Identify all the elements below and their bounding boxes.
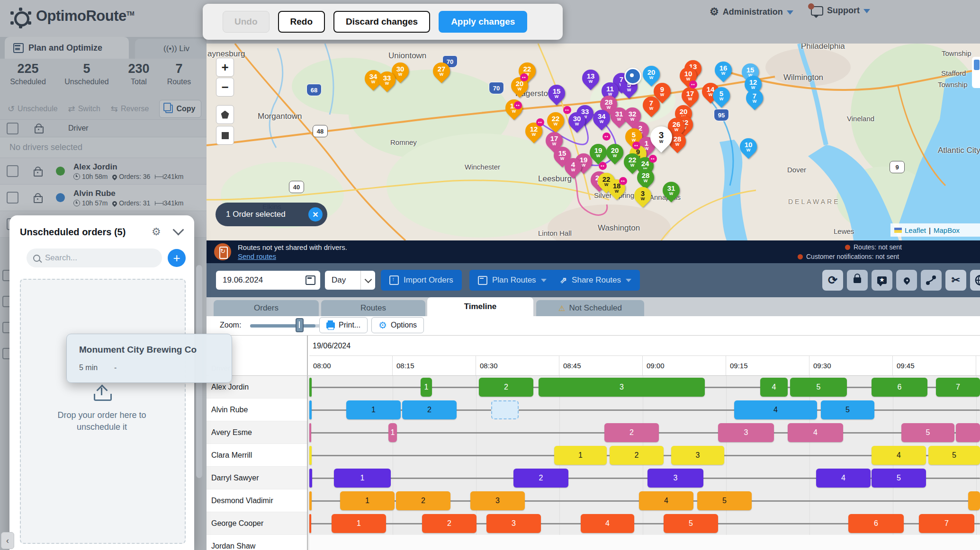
map-marker[interactable]: 4W — [561, 155, 585, 179]
tab-routes[interactable]: Routes — [321, 300, 425, 316]
timeline-bar[interactable] — [309, 514, 311, 533]
timeline-bar[interactable]: 2 — [402, 400, 457, 419]
timeline-bar[interactable]: 5 — [664, 514, 718, 533]
timeline-bar[interactable]: 1 — [421, 378, 432, 397]
timeline-bar[interactable]: 3 — [647, 469, 703, 488]
timeline-bar[interactable]: 3 — [718, 423, 774, 442]
timeline-bar[interactable]: 2 — [513, 469, 568, 488]
timeline-bar[interactable]: 7 — [919, 514, 974, 533]
timeline-driver-name[interactable]: Desmond Vladimir — [207, 489, 307, 512]
timeline-driver-name[interactable]: Clara Merrill — [207, 444, 307, 467]
timeline-bar[interactable]: 7 — [936, 378, 980, 397]
timeline-bar[interactable]: 6 — [872, 378, 927, 397]
timeline-bar[interactable]: 6 — [848, 514, 904, 533]
lock-routes-button[interactable] — [847, 270, 868, 291]
timeline-bar[interactable]: 4 — [816, 469, 871, 488]
timeline-bar[interactable] — [309, 423, 311, 442]
timeline-bar[interactable]: 4 — [872, 446, 926, 465]
timeline-bar[interactable] — [309, 400, 312, 419]
timeline-bar[interactable]: 5 — [872, 469, 926, 488]
send-routes-link[interactable]: Send routes — [238, 252, 276, 260]
order-dot-marker[interactable]: •• — [649, 155, 657, 163]
timeline-driver-name[interactable]: Alvin Rube — [207, 399, 307, 421]
timeline-bar[interactable]: 2 — [422, 514, 477, 533]
chevron-down-icon[interactable] — [172, 224, 184, 235]
tab-timeline[interactable]: Timeline — [427, 297, 533, 316]
map-marker[interactable]: 33W — [375, 68, 399, 92]
map-marker[interactable]: 27W — [430, 59, 454, 83]
timeline-bar[interactable]: 1 — [346, 400, 401, 419]
order-dot-marker[interactable]: •• — [619, 177, 627, 185]
timeline-bar[interactable]: 4 — [734, 400, 817, 419]
timeline-bar[interactable]: 2 — [610, 446, 664, 465]
route-map[interactable]: aynesburgUniontownMorgantownRomneyWinche… — [207, 44, 980, 240]
map-marker[interactable]: 10W — [737, 135, 761, 159]
map-marker[interactable]: 15W — [545, 81, 569, 106]
timeline-bar[interactable]: 5 — [697, 491, 752, 510]
map-marker[interactable]: 3W — [631, 184, 655, 208]
timeline-bar[interactable]: 3 — [539, 378, 705, 397]
zoom-slider-thumb[interactable] — [296, 318, 304, 332]
timeline-bar[interactable]: 3 — [470, 491, 525, 510]
timeline-bar[interactable]: 4 — [639, 491, 693, 510]
collapse-sidebar-handle[interactable]: ‹ — [1, 532, 14, 549]
timeline-driver-name[interactable]: George Cooper — [207, 512, 307, 535]
timeline-bar[interactable] — [956, 423, 980, 442]
timeline-bar[interactable]: 4 — [788, 423, 843, 442]
mapbox-link[interactable]: MapBox — [934, 226, 960, 234]
timeline-bar[interactable]: 2 — [396, 491, 450, 510]
search-input[interactable]: Search... — [27, 248, 162, 267]
tab-orders[interactable]: Orders — [214, 300, 319, 316]
timeline-bar[interactable]: 1 — [388, 423, 397, 442]
map-marker[interactable]: 3W — [646, 122, 676, 152]
timeline-driver-name[interactable]: Darryl Sawyer — [207, 467, 307, 489]
split-route-button[interactable]: ✂ — [945, 270, 966, 291]
order-dot-marker[interactable]: •• — [563, 106, 571, 114]
map-rectangle-select-button[interactable] — [216, 126, 234, 145]
order-dot-marker[interactable]: •• — [602, 133, 611, 141]
cluster-marker[interactable] — [624, 68, 641, 85]
timeline-bar[interactable]: 2 — [604, 423, 659, 442]
map-marker[interactable]: 13W — [579, 66, 603, 90]
timeline-bar[interactable]: 3 — [671, 446, 724, 465]
date-input[interactable]: 19.06.2024 — [216, 271, 320, 290]
timeline-bar[interactable]: 1 — [554, 446, 607, 465]
map-marker[interactable]: 34W — [590, 106, 614, 131]
order-dot-marker[interactable]: •• — [520, 73, 528, 81]
close-icon[interactable]: ✕ — [308, 207, 323, 222]
timeline-driver-name[interactable]: Avery Esme — [207, 421, 307, 444]
order-dot-marker[interactable]: •• — [689, 80, 697, 89]
print-button[interactable]: Print... — [319, 317, 368, 333]
timeline-bar[interactable]: 5 — [790, 378, 847, 397]
map-zoom-out-button[interactable]: − — [216, 78, 234, 97]
timeline-bar[interactable] — [309, 491, 312, 510]
refresh-button[interactable]: ⟳ — [822, 270, 843, 291]
timeline-bar[interactable] — [309, 378, 312, 397]
timeline-bar[interactable]: 5 — [901, 423, 954, 442]
map-marker[interactable]: 7W — [743, 86, 767, 110]
map-polygon-select-button[interactable] — [216, 105, 234, 124]
map-zoom-in-button[interactable]: + — [216, 58, 234, 77]
timeline-bar[interactable] — [309, 446, 312, 465]
import-orders-button[interactable]: Import Orders — [381, 270, 462, 291]
route-stops-button[interactable] — [921, 270, 942, 291]
map-marker[interactable]: 15W — [502, 96, 526, 120]
gear-icon[interactable]: ⚙ — [152, 226, 161, 238]
timeline-bar[interactable]: 1 — [332, 514, 386, 533]
map-marker[interactable]: 5W — [710, 84, 734, 108]
discard-changes-button[interactable]: Discard changes — [333, 11, 430, 33]
pin-button[interactable] — [896, 270, 917, 291]
map-marker[interactable]: 7W — [639, 93, 664, 117]
timeline-bar[interactable]: 4 — [760, 378, 788, 397]
leaflet-link[interactable]: Leaflet — [905, 226, 926, 234]
timeline-bar[interactable]: 1 — [334, 469, 391, 488]
timeline-bar[interactable] — [309, 469, 312, 488]
order-dot-marker[interactable]: •• — [536, 118, 544, 126]
timeline-bar[interactable]: 4 — [581, 514, 634, 533]
timeline-bar[interactable]: 5 — [821, 400, 874, 419]
map-marker[interactable]: 31W — [659, 178, 683, 203]
timeline-bar[interactable]: 2 — [479, 378, 533, 397]
map-right-control[interactable] — [972, 57, 980, 88]
timeline-chart[interactable]: 12345671245123451234512345123451234567 — [309, 376, 980, 550]
order-dot-marker[interactable]: •• — [599, 162, 607, 170]
